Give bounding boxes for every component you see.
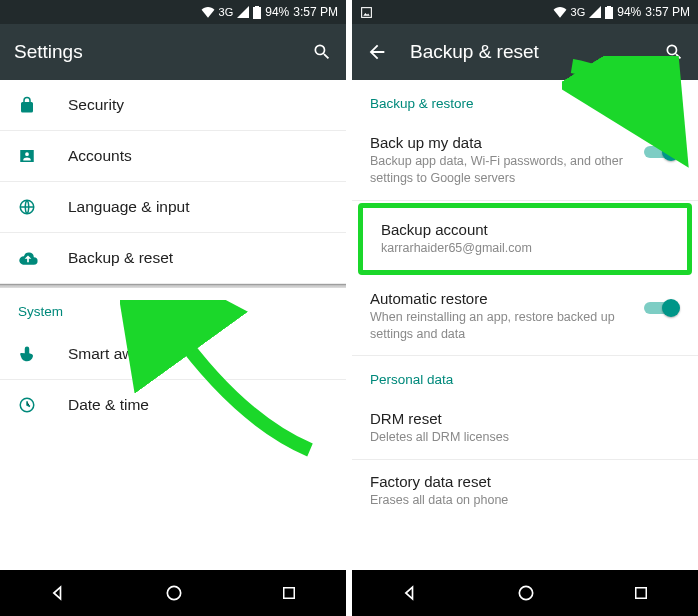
section-header-personal-data: Personal data [352,356,698,397]
nav-back-icon[interactable] [48,583,68,603]
svg-rect-6 [362,7,372,17]
nav-home-icon[interactable] [164,583,184,603]
battery-icon [605,6,613,19]
setting-automatic-restore[interactable]: Automatic restore When reinstalling an a… [352,277,698,357]
settings-item-backup-reset[interactable]: Backup & reset [0,233,346,284]
setting-subtitle: Deletes all DRM licenses [370,429,680,446]
touch-icon [18,345,40,363]
settings-item-label: Accounts [68,147,132,165]
nav-recent-icon[interactable] [632,584,650,602]
nav-back-icon[interactable] [400,583,420,603]
settings-item-label: Smart awake [68,345,158,363]
settings-item-label: Language & input [68,198,190,216]
setting-factory-reset[interactable]: Factory data reset Erases all data on ph… [352,460,698,522]
globe-icon [18,198,40,216]
nav-recent-icon[interactable] [280,584,298,602]
settings-item-language[interactable]: Language & input [0,182,346,233]
settings-item-label: Date & time [68,396,149,414]
battery-percent: 94% [265,5,289,19]
svg-rect-8 [607,6,611,7]
page-title: Settings [14,41,290,63]
account-icon [18,147,40,165]
signal-icon [589,6,601,18]
toggle-backup-my-data[interactable] [644,142,680,162]
settings-list: Security Accounts Language & input Backu… [0,80,346,570]
app-bar: Backup & reset [352,24,698,80]
backup-reset-screen: 3G 94% 3:57 PM Backup & reset Backup & r… [352,0,698,616]
app-bar: Settings [0,24,346,80]
svg-rect-1 [255,6,259,7]
clock: 3:57 PM [293,5,338,19]
nav-home-icon[interactable] [516,583,536,603]
setting-subtitle: karrarhaider65@gmail.com [381,240,669,257]
settings-screen: 3G 94% 3:57 PM Settings Security Account… [0,0,346,616]
svg-rect-5 [284,588,295,599]
setting-title: Backup account [381,221,669,238]
status-bar: 3G 94% 3:57 PM [0,0,346,24]
network-label: 3G [219,6,234,18]
settings-item-date-time[interactable]: Date & time [0,380,346,430]
clock: 3:57 PM [645,5,690,19]
wifi-icon [201,6,215,18]
setting-subtitle: Erases all data on phone [370,492,680,509]
setting-subtitle: Backup app data, Wi-Fi passwords, and ot… [370,153,632,187]
lock-icon [18,96,40,114]
section-header-backup-restore: Backup & restore [352,80,698,121]
search-icon[interactable] [664,42,684,62]
setting-backup-account[interactable]: Backup account karrarhaider65@gmail.com [363,208,687,270]
page-title: Backup & reset [410,41,642,63]
settings-item-label: Backup & reset [68,249,173,267]
settings-item-security[interactable]: Security [0,80,346,131]
signal-icon [237,6,249,18]
screenshot-icon [360,6,373,19]
nav-bar [0,570,346,616]
setting-drm-reset[interactable]: DRM reset Deletes all DRM licenses [352,397,698,460]
backup-reset-list: Backup & restore Back up my data Backup … [352,80,698,570]
setting-title: Automatic restore [370,290,632,307]
settings-item-accounts[interactable]: Accounts [0,131,346,182]
section-header-system: System [0,288,346,329]
setting-backup-my-data[interactable]: Back up my data Backup app data, Wi-Fi p… [352,121,698,201]
battery-icon [253,6,261,19]
toggle-automatic-restore[interactable] [644,298,680,318]
back-arrow-icon[interactable] [366,41,388,63]
svg-rect-10 [636,588,647,599]
settings-item-label: Security [68,96,124,114]
setting-title: Back up my data [370,134,632,151]
search-icon[interactable] [312,42,332,62]
battery-percent: 94% [617,5,641,19]
status-bar: 3G 94% 3:57 PM [352,0,698,24]
annotation-highlight: Backup account karrarhaider65@gmail.com [358,203,692,275]
wifi-icon [553,6,567,18]
svg-point-9 [519,586,532,599]
svg-point-4 [167,586,180,599]
setting-title: DRM reset [370,410,680,427]
nav-bar [352,570,698,616]
clock-icon [18,396,40,414]
network-label: 3G [571,6,586,18]
svg-rect-0 [253,7,261,19]
cloud-upload-icon [18,250,40,266]
settings-item-smart-awake[interactable]: Smart awake [0,329,346,380]
setting-subtitle: When reinstalling an app, restore backed… [370,309,632,343]
setting-title: Factory data reset [370,473,680,490]
svg-rect-7 [605,7,613,19]
